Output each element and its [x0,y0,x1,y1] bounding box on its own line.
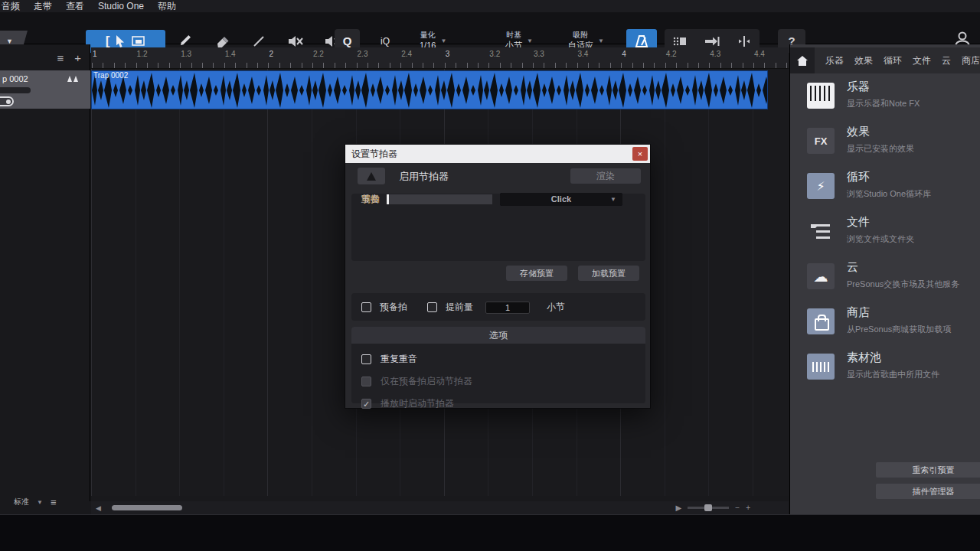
option-checkbox[interactable] [361,377,371,386]
option-checkbox[interactable] [361,354,371,364]
plugin-manager-button[interactable]: 插件管理器 [876,484,980,499]
menu-item[interactable]: 帮助 [158,0,176,13]
browser-tab[interactable]: 循环 [884,54,902,67]
chevron-down-icon[interactable]: ▼ [37,499,43,506]
track-list-icon[interactable]: ≡ [57,51,64,64]
track-fader[interactable] [0,87,31,93]
toolbar: ▼ [ Q iQ 量化 1/16 ▼ [0,12,980,44]
offset-checkbox[interactable] [427,302,437,312]
audio-clip[interactable]: Trap 0002 [91,70,768,109]
mute-speaker-icon [288,35,303,47]
menu-bar: 音频走带查看Studio One帮助 [0,0,980,12]
add-track-button[interactable]: + [74,51,81,64]
browser-sidebar: 乐器效果循环文件云商店 乐器 显示乐器和Note FX FX 效果 显示已安装的… [789,44,980,514]
browser-tab[interactable]: 商店 [962,54,980,67]
autoscroll-icon[interactable] [704,36,720,47]
browser-item[interactable]: 素材池 显示此首歌曲中所用文件 [790,350,980,396]
eraser-icon [215,35,229,47]
reindex-presets-button[interactable]: 重索引预置 [876,462,980,478]
scroll-right-icon[interactable]: ▶ [676,504,682,512]
chevron-down-icon: ▼ [440,37,446,44]
render-button[interactable]: 渲染 [570,168,641,184]
level-slider[interactable] [387,194,492,204]
browser-item-icon [807,308,835,334]
menu-item[interactable]: 查看 [66,0,84,13]
monitor-toggle[interactable] [0,96,14,106]
ruler-tick-label: 2.4 [401,50,446,58]
dialog-titlebar[interactable]: 设置节拍器 × [345,145,650,163]
browser-item-title: 乐器 [847,80,977,94]
timeline-ruler[interactable]: 11.21.31.422.22.32.433.23.33.444.24.34.4 [91,47,789,69]
browser-item[interactable]: FX 效果 显示已安装的效果 [790,125,980,170]
menu-item[interactable]: 走带 [34,0,52,13]
metronome-icon [634,34,649,48]
sound-dropdown[interactable]: Click▼ [500,193,622,206]
browser-item-title: 云 [847,260,977,275]
browser-item-icon [807,354,835,380]
horizontal-scrollbar[interactable]: ◀ ▶ − + [91,501,789,514]
browser-item-title: 素材池 [847,350,977,365]
audio-track-icon [67,74,80,82]
browser-item[interactable]: 商店 从PreSonus商城获取加载项 [790,305,980,350]
list-icon[interactable]: ≡ [51,497,57,508]
browser-item[interactable]: 文件 浏览文件或文件夹 [790,215,980,260]
browser-item[interactable]: 乐器 显示乐器和Note FX [790,80,980,125]
slider-row: 弱拍 Click▼ [351,194,645,204]
chevron-down-icon: ▼ [527,37,533,44]
precount-checkbox[interactable] [361,302,371,312]
zoom-out-icon[interactable]: − [735,504,740,512]
ruler-tick-label: 1.3 [181,50,225,58]
range-bracket-icon: [ [106,34,110,49]
browser-item-icon: FX [807,128,835,154]
close-button[interactable]: × [632,147,648,161]
bars-label: 小节 [547,301,565,314]
offset-value-input[interactable]: 1 [485,302,530,314]
browser-item-title: 文件 [847,215,977,230]
zoom-in-icon[interactable]: + [746,504,750,512]
browser-item-icon: ☁ [807,263,835,289]
browser-item[interactable]: ☁ 云 PreSonus交换市场及其他服务 [790,260,980,305]
open-mixer-icon[interactable] [673,36,687,47]
tab-home[interactable] [790,47,815,73]
ruler-tick-label: 4.4 [754,50,789,58]
quantize-label: 量化 [420,31,436,41]
zoom-controls: ▶ − + [676,504,750,512]
option-label: 仅在预备拍启动节拍器 [381,375,472,388]
home-icon [797,56,808,66]
store-preset-button[interactable]: 存储预置 [506,266,567,281]
menu-item[interactable]: 音频 [2,0,20,13]
split-cursor-icon[interactable] [737,36,751,47]
scroll-left-icon[interactable]: ◀ [96,504,101,512]
zoom-slider[interactable] [688,507,729,509]
slider-label: 弱拍 [351,193,387,206]
track-header[interactable]: p 0002 [0,70,90,109]
chevron-down-icon: ▼ [610,196,616,203]
browser-item[interactable]: ⚡ 循环 浏览Studio One循环库 [790,170,980,215]
ruler-tick-label: 4 [622,50,666,58]
browser-tab[interactable]: 文件 [913,54,931,67]
snap-label: 吸附 [573,31,589,41]
view-mode-value[interactable]: 标准 [14,497,29,507]
browser-tab[interactable]: 乐器 [825,54,844,67]
track-list-header: ≡ + [0,44,90,70]
option-checkbox[interactable] [361,399,371,409]
ruler-tick-label: 2.2 [313,50,358,58]
browser-item-desc: 浏览Studio One循环库 [847,188,977,200]
browser-item-icon [807,83,835,109]
transport-bar: 6:20 天 最大剩余录音时间 00001.01.01.00 小节▼ ◀◀◀▶▶… [0,514,980,551]
dialog-title: 设置节拍器 [345,148,397,161]
metronome-enable-button[interactable] [358,168,385,184]
line-icon [253,35,265,47]
ruler-tick-label: 1.4 [225,50,270,58]
track-name[interactable]: p 0002 [2,74,28,83]
browser-item-desc: PreSonus交换市场及其他服务 [847,279,977,290]
browser-item-title: 效果 [847,125,977,139]
option-row: 重复重音 [351,353,645,366]
scrollbar-thumb[interactable] [112,505,182,510]
browser-tab[interactable]: 效果 [854,54,873,67]
browser-tab[interactable]: 云 [942,54,951,67]
ruler-tick-label: 1 [93,50,137,58]
menu-item[interactable]: Studio One [98,1,144,11]
load-preset-button[interactable]: 加载预置 [578,266,639,281]
option-label: 重复重音 [381,353,417,366]
